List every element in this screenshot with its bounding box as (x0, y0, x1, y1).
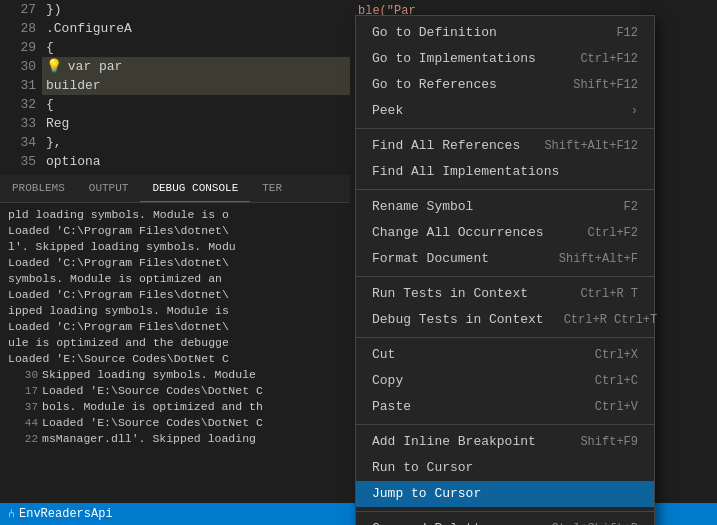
menu-change-all-occurrences[interactable]: Change All Occurrences Ctrl+F2 (356, 220, 654, 246)
menu-label-rename-symbol: Rename Symbol (372, 197, 473, 217)
menu-shortcut-add-inline-breakpoint: Shift+F9 (580, 432, 638, 452)
status-bar-left: ⑃ EnvReadersApi (8, 507, 113, 521)
code-line-30: 💡 var par (42, 57, 350, 76)
menu-label-cut: Cut (372, 345, 395, 365)
git-icon: ⑃ (8, 507, 15, 521)
line-31: ▷ 31 (0, 76, 36, 95)
terminal-content: pld loading symbols. Module is o Loaded … (0, 203, 350, 517)
menu-run-tests[interactable]: Run Tests in Context Ctrl+R T (356, 281, 654, 307)
term-line-2: Loaded 'C:\Program Files\dotnet\ (0, 223, 350, 239)
line-numbers: 27 28 29 30 ▷ 31 32 33 34 35 36 (0, 0, 42, 175)
menu-run-to-cursor[interactable]: Run to Cursor (356, 455, 654, 481)
menu-shortcut-go-to-implementations: Ctrl+F12 (580, 49, 638, 69)
menu-label-command-palette: Command Palette... (372, 519, 512, 525)
menu-shortcut-command-palette: Ctrl+Shift+P (552, 519, 638, 525)
menu-label-add-inline-breakpoint: Add Inline Breakpoint (372, 432, 536, 452)
term-line-13: 37bols. Module is optimized and th (0, 399, 350, 415)
menu-cut[interactable]: Cut Ctrl+X (356, 342, 654, 368)
tab-output[interactable]: OUTPUT (77, 175, 141, 202)
term-line-14: 44Loaded 'E:\Source Codes\DotNet C (0, 415, 350, 431)
code-line-35: optiona (42, 152, 350, 171)
term-line-5: symbols. Module is optimized an (0, 271, 350, 287)
status-project: EnvReadersApi (19, 507, 113, 521)
menu-shortcut-change-all-occurrences: Ctrl+F2 (588, 223, 638, 243)
term-line-11: 30Skipped loading symbols. Module (0, 367, 350, 383)
code-text-30: var par (68, 59, 123, 74)
menu-find-all-implementations[interactable]: Find All Implementations (356, 159, 654, 185)
menu-shortcut-find-all-references: Shift+Alt+F12 (544, 136, 638, 156)
tab-ter[interactable]: TER (250, 175, 294, 202)
menu-find-all-references[interactable]: Find All References Shift+Alt+F12 (356, 133, 654, 159)
menu-shortcut-go-to-definition: F12 (616, 23, 638, 43)
menu-label-find-all-references: Find All References (372, 136, 520, 156)
menu-label-paste: Paste (372, 397, 411, 417)
line-33: 33 (0, 114, 36, 133)
line-30: 30 (0, 57, 36, 76)
code-content: }) .ConfigureA { 💡 var par builder { Reg… (42, 0, 350, 175)
menu-debug-tests[interactable]: Debug Tests in Context Ctrl+R Ctrl+T (356, 307, 654, 333)
term-line-3: l'. Skipped loading symbols. Modu (0, 239, 350, 255)
menu-label-go-to-implementations: Go to Implementations (372, 49, 536, 69)
line-35: 35 (0, 152, 36, 171)
terminal-area: PROBLEMS OUTPUT DEBUG CONSOLE TER pld lo… (0, 175, 350, 517)
menu-shortcut-run-tests: Ctrl+R T (580, 284, 638, 304)
term-line-10: Loaded 'E:\Source Codes\DotNet C (0, 351, 350, 367)
menu-shortcut-format-document: Shift+Alt+F (559, 249, 638, 269)
code-line-33: Reg (42, 114, 350, 133)
menu-shortcut-go-to-references: Shift+F12 (573, 75, 638, 95)
menu-label-run-to-cursor: Run to Cursor (372, 458, 473, 478)
separator-3 (356, 276, 654, 277)
separator-5 (356, 424, 654, 425)
code-line-32: { (42, 95, 350, 114)
menu-shortcut-rename-symbol: F2 (624, 197, 638, 217)
menu-command-palette[interactable]: Command Palette... Ctrl+Shift+P (356, 516, 654, 525)
menu-label-copy: Copy (372, 371, 403, 391)
term-line-6: Loaded 'C:\Program Files\dotnet\ (0, 287, 350, 303)
menu-label-change-all-occurrences: Change All Occurrences (372, 223, 544, 243)
status-git[interactable]: ⑃ EnvReadersApi (8, 507, 113, 521)
menu-shortcut-copy: Ctrl+C (595, 371, 638, 391)
menu-shortcut-cut: Ctrl+X (595, 345, 638, 365)
separator-2 (356, 189, 654, 190)
menu-copy[interactable]: Copy Ctrl+C (356, 368, 654, 394)
tab-bar: PROBLEMS OUTPUT DEBUG CONSOLE TER (0, 175, 350, 203)
menu-label-jump-to-cursor: Jump to Cursor (372, 484, 481, 504)
menu-add-inline-breakpoint[interactable]: Add Inline Breakpoint Shift+F9 (356, 429, 654, 455)
editor-area: 27 28 29 30 ▷ 31 32 33 34 35 36 }) .Conf… (0, 0, 350, 175)
term-line-8: Loaded 'C:\Program Files\dotnet\ (0, 319, 350, 335)
menu-go-to-definition[interactable]: Go to Definition F12 (356, 20, 654, 46)
term-line-15: 22msManager.dll'. Skipped loading (0, 431, 350, 447)
menu-label-find-all-implementations: Find All Implementations (372, 162, 559, 182)
line-27: 27 (0, 0, 36, 19)
code-line-27: }) (42, 0, 350, 19)
chevron-right-icon: › (631, 101, 638, 121)
menu-label-peek: Peek (372, 101, 403, 121)
term-line-12: 17Loaded 'E:\Source Codes\DotNet C (0, 383, 350, 399)
menu-shortcut-paste: Ctrl+V (595, 397, 638, 417)
term-line-1: pld loading symbols. Module is o (0, 207, 350, 223)
line-32: 32 (0, 95, 36, 114)
menu-go-to-implementations[interactable]: Go to Implementations Ctrl+F12 (356, 46, 654, 72)
context-menu: Go to Definition F12 Go to Implementatio… (355, 15, 655, 525)
menu-format-document[interactable]: Format Document Shift+Alt+F (356, 246, 654, 272)
menu-label-run-tests: Run Tests in Context (372, 284, 528, 304)
menu-go-to-references[interactable]: Go to References Shift+F12 (356, 72, 654, 98)
line-29: 29 (0, 38, 36, 57)
term-line-7: ipped loading symbols. Module is (0, 303, 350, 319)
tab-debug-console[interactable]: DEBUG CONSOLE (140, 175, 250, 202)
menu-shortcut-debug-tests: Ctrl+R Ctrl+T (564, 310, 658, 330)
code-line-31: builder (42, 76, 350, 95)
menu-rename-symbol[interactable]: Rename Symbol F2 (356, 194, 654, 220)
menu-jump-to-cursor[interactable]: Jump to Cursor (356, 481, 654, 507)
separator-6 (356, 511, 654, 512)
menu-label-format-document: Format Document (372, 249, 489, 269)
tab-problems[interactable]: PROBLEMS (0, 175, 77, 202)
menu-label-go-to-definition: Go to Definition (372, 23, 497, 43)
code-line-34: }, (42, 133, 350, 152)
menu-paste[interactable]: Paste Ctrl+V (356, 394, 654, 420)
code-line-29: { (42, 38, 350, 57)
separator-1 (356, 128, 654, 129)
line-34: 34 (0, 133, 36, 152)
term-line-4: Loaded 'C:\Program Files\dotnet\ (0, 255, 350, 271)
menu-peek[interactable]: Peek › (356, 98, 654, 124)
